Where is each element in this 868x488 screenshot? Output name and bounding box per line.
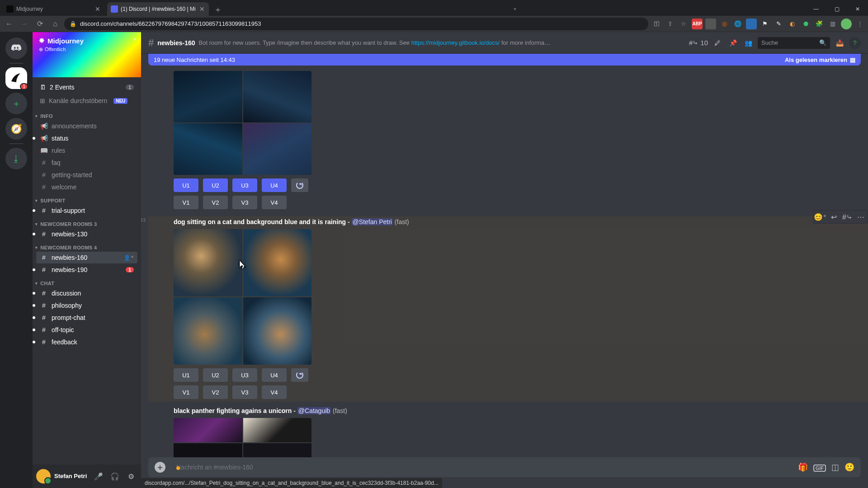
adblock-icon[interactable]: ABP	[692, 19, 703, 29]
extension-icon[interactable]	[705, 19, 716, 29]
mark-read-button[interactable]: Als gelesen markieren▤	[785, 56, 855, 63]
add-reaction-button[interactable]: 😊⁺	[813, 211, 827, 223]
category-newcomer-4[interactable]: NEWCOMER ROOMS 4	[33, 240, 141, 251]
u3-button[interactable]: U3	[232, 178, 257, 192]
download-apps-button[interactable]: ⭳	[5, 148, 27, 169]
channel-welcome[interactable]: #welcome	[36, 181, 137, 193]
inbox-button[interactable]: 📥	[834, 37, 845, 49]
add-server-button[interactable]: ＋	[5, 93, 27, 114]
home-button[interactable]: ⌂	[49, 18, 61, 30]
pinned-button[interactable]: 📌	[727, 37, 739, 49]
topic-link[interactable]: https://midjourney.gitbook.io/docs/	[411, 39, 500, 46]
gift-button[interactable]: 🎁	[798, 462, 808, 472]
member-list-button[interactable]: 👥	[742, 37, 754, 49]
star-icon[interactable]: ☆	[678, 19, 689, 29]
user-mention[interactable]: @Cataguib	[297, 407, 331, 414]
close-icon[interactable]: ✕	[94, 6, 101, 12]
u2-button[interactable]: U2	[203, 178, 228, 192]
generated-image[interactable]	[174, 418, 242, 442]
image-grid[interactable]	[174, 418, 311, 457]
notifications-button[interactable]: 🖉	[712, 37, 723, 49]
user-mention[interactable]: @Stefan Petri	[352, 218, 393, 225]
browser-tab-midjourney[interactable]: Midjourney ✕	[3, 2, 104, 16]
new-tab-button[interactable]: ＋	[212, 3, 224, 16]
extension-icon[interactable]: ⚑	[760, 19, 770, 29]
category-newcomer-3[interactable]: NEWCOMER ROOMS 3	[33, 217, 141, 228]
channel-philosophy[interactable]: #philosophy	[36, 300, 137, 311]
channel-getting-started[interactable]: #getting-started	[36, 169, 137, 181]
generated-image[interactable]	[243, 123, 312, 175]
extension-icon[interactable]: ◎	[719, 19, 730, 29]
v3-button[interactable]: V3	[232, 196, 257, 209]
u4-button[interactable]: U4	[262, 178, 287, 192]
v4-button[interactable]: V4	[262, 385, 287, 399]
more-button[interactable]: ⋯	[854, 211, 868, 223]
message-input[interactable]: ＋ Nachricht an #newbies-160 🎁 GIF ◫ 🙂	[148, 457, 861, 477]
channel-trial-support[interactable]: #trial-support	[36, 205, 137, 216]
channel-off-topic[interactable]: #off-topic	[36, 324, 137, 336]
minimize-button[interactable]: —	[806, 2, 826, 16]
extensions-menu-icon[interactable]: 🧩	[814, 19, 825, 29]
generated-image[interactable]	[174, 123, 242, 175]
generated-image[interactable]	[243, 443, 312, 457]
browse-channels-row[interactable]: ⊞ Kanäle durchstöbern NEU	[36, 95, 137, 106]
sticker-button[interactable]: ◫	[831, 462, 839, 472]
gif-button[interactable]: GIF	[813, 463, 826, 472]
channel-topic[interactable]: Bot room for new users. Type /imagine th…	[199, 39, 552, 46]
extension-icon[interactable]	[746, 19, 757, 29]
u3-button[interactable]: U3	[232, 368, 257, 382]
threads-button[interactable]: #⤷10	[689, 39, 708, 47]
generated-image[interactable]	[174, 443, 242, 457]
v1-button[interactable]: V1	[174, 385, 198, 399]
u2-button[interactable]: U2	[203, 368, 228, 382]
forward-button[interactable]: →	[18, 18, 31, 30]
globe-icon[interactable]: 🌐	[732, 19, 743, 29]
channel-newbies-190[interactable]: #newbies-1901	[36, 264, 137, 276]
channel-discussion[interactable]: #discussion	[36, 287, 137, 299]
chevron-down-icon[interactable]: ˅	[133, 38, 137, 46]
generated-image[interactable]	[243, 297, 312, 365]
extension-icon[interactable]: ✎	[773, 19, 784, 29]
create-thread-button[interactable]: #⤷	[840, 211, 854, 223]
maximize-button[interactable]: ▢	[826, 2, 847, 16]
v1-button[interactable]: V1	[174, 196, 198, 209]
generated-image[interactable]	[174, 297, 242, 365]
u1-button[interactable]: U1	[174, 178, 198, 192]
channel-announcements[interactable]: 📢announcements	[36, 120, 137, 132]
url-input[interactable]: 🔒 discord.com/channels/66226797698429747…	[64, 18, 648, 30]
events-row[interactable]: 🗓 2 Events 1	[36, 81, 137, 94]
generated-image[interactable]	[243, 71, 312, 122]
image-grid[interactable]	[174, 71, 311, 175]
category-chat[interactable]: CHAT	[33, 276, 141, 287]
discord-home-button[interactable]	[5, 38, 27, 59]
browser-tab-discord[interactable]: (1) Discord | #newbies-160 | Mi ✕	[107, 2, 209, 16]
explore-servers-button[interactable]: 🧭	[5, 118, 27, 140]
channel-prompt-chat[interactable]: #prompt-chat	[36, 312, 137, 324]
user-settings-button[interactable]: ⚙	[125, 470, 137, 483]
server-header[interactable]: ✸Midjourney ⊕Öffentlich ˅	[33, 32, 141, 77]
reply-button[interactable]: ↩	[827, 211, 840, 223]
help-button[interactable]: ?	[849, 37, 861, 49]
reroll-button[interactable]	[291, 178, 308, 192]
category-support[interactable]: SUPPORT	[33, 193, 141, 204]
reroll-button[interactable]	[291, 368, 308, 382]
kebab-menu-icon[interactable]: ⋮	[854, 19, 865, 29]
back-button[interactable]: ←	[3, 18, 15, 30]
v4-button[interactable]: V4	[262, 196, 287, 209]
user-avatar[interactable]	[36, 469, 51, 483]
v2-button[interactable]: V2	[203, 385, 228, 399]
share-icon[interactable]: ⇪	[665, 19, 675, 29]
new-messages-bar[interactable]: 19 neue Nachrichten seit 14:43 Als geles…	[148, 54, 861, 66]
channel-status[interactable]: 📢status	[36, 132, 137, 144]
channel-rules[interactable]: 📖rules	[36, 145, 137, 156]
reload-button[interactable]: ⟳	[33, 18, 46, 30]
close-icon[interactable]: ✕	[199, 6, 205, 12]
server-midjourney[interactable]: 1	[5, 67, 27, 89]
category-info[interactable]: INFO	[33, 109, 141, 120]
v2-button[interactable]: V2	[203, 196, 228, 209]
window-close-button[interactable]: ✕	[847, 2, 868, 16]
add-person-icon[interactable]: 👤⁺	[123, 254, 134, 261]
deafen-button[interactable]: 🎧	[108, 470, 121, 483]
profile-avatar[interactable]	[841, 19, 852, 29]
channel-feedback[interactable]: #feedback	[36, 336, 137, 348]
